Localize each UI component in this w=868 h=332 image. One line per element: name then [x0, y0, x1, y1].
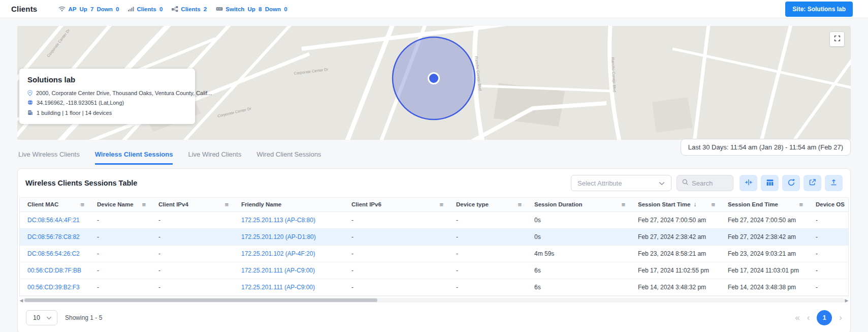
- tab-live-wireless-clients[interactable]: Live Wireless Clients: [18, 150, 80, 165]
- device-name-cell: -: [89, 212, 151, 228]
- friendly-name-link[interactable]: 172.25.201.113 (AP-C8:80): [234, 212, 344, 228]
- column-menu-icon[interactable]: ≡: [80, 201, 84, 208]
- column-menu-icon[interactable]: ≡: [518, 201, 522, 208]
- wired-clients-status[interactable]: Clients 2: [172, 6, 207, 12]
- wifi-icon: [58, 6, 66, 12]
- table-row[interactable]: DC:08:56:4A:4F:21 - - 172.25.201.113 (AP…: [20, 212, 848, 228]
- client-ipv6-cell: -: [344, 212, 448, 228]
- upload-button[interactable]: [825, 175, 843, 191]
- device-name-cell: -: [89, 245, 151, 262]
- search-box[interactable]: [677, 175, 733, 191]
- first-page-icon[interactable]: «: [795, 313, 799, 322]
- previous-page-icon[interactable]: ‹: [807, 313, 810, 322]
- tab-wireless-client-sessions[interactable]: Wireless Client Sessions: [95, 150, 173, 165]
- col-device-os[interactable]: Device OS: [808, 198, 848, 212]
- scrollbar-thumb[interactable]: [24, 298, 377, 302]
- col-client-ipv4[interactable]: Client IPv4≡: [151, 198, 234, 212]
- column-menu-icon[interactable]: ≡: [799, 201, 803, 208]
- tab-wired-client-sessions[interactable]: Wired Client Sessions: [256, 150, 321, 165]
- col-client-mac[interactable]: Client MAC≡: [20, 198, 89, 212]
- page-title: Clients: [11, 5, 37, 13]
- site-marker-dot[interactable]: [429, 73, 439, 84]
- switch-status[interactable]: Switch Up 8 Down 0: [216, 6, 287, 12]
- column-menu-icon[interactable]: ≡: [621, 201, 625, 208]
- session-start-cell: Feb 14, 2024 3:48:32 pm: [630, 279, 720, 295]
- columns-button[interactable]: [761, 175, 779, 191]
- col-device-name[interactable]: Device Name≡: [89, 198, 151, 212]
- search-icon: [682, 178, 689, 188]
- client-ipv6-cell: -: [344, 262, 448, 279]
- col-device-type[interactable]: Device type≡: [448, 198, 527, 212]
- column-menu-icon[interactable]: ≡: [224, 201, 229, 208]
- column-menu-icon[interactable]: ≡: [711, 201, 715, 208]
- friendly-name-link[interactable]: 172.25.201.102 (AP-4F:20): [234, 245, 344, 262]
- clients-tabs: Live Wireless Clients Wireless Client Se…: [18, 150, 321, 165]
- friendly-name-link[interactable]: 172.25.201.111 (AP-C9:00): [234, 262, 344, 279]
- fit-columns-icon: [745, 178, 753, 188]
- client-ipv4-cell: -: [151, 245, 234, 262]
- device-os-cell: -: [808, 212, 848, 228]
- wired-clients-label: Clients 2: [181, 6, 207, 12]
- site-selector-button[interactable]: Site: Solutions lab: [785, 2, 853, 17]
- col-session-start-time[interactable]: Session Start Time↓≡: [630, 198, 720, 212]
- scrollbar-track[interactable]: [23, 298, 845, 303]
- col-friendly-name[interactable]: Friendly Name: [234, 198, 344, 212]
- columns-icon: [766, 179, 774, 188]
- client-mac-link[interactable]: 00:56:CD:39:B2:F3: [20, 279, 89, 295]
- friendly-name-link[interactable]: 172.25.201.111 (AP-C9:00): [234, 279, 344, 295]
- device-os-cell: -: [808, 228, 848, 245]
- col-client-ipv6[interactable]: Client IPv6≡: [344, 198, 448, 212]
- column-menu-icon[interactable]: ≡: [439, 201, 443, 208]
- col-session-end-time[interactable]: Session End Time≡: [720, 198, 808, 212]
- table-row[interactable]: DC:08:56:54:26:C2 - - 172.25.201.102 (AP…: [20, 245, 848, 262]
- device-os-cell: -: [808, 245, 848, 262]
- site-map[interactable]: Corporate Center Dr Corporate Center Dr …: [17, 26, 851, 140]
- scroll-right-icon[interactable]: ▶: [845, 298, 849, 303]
- top-bar: Clients AP Up 7 Down 0 Clients 0 Clients…: [0, 0, 868, 18]
- next-page-icon[interactable]: ›: [839, 313, 842, 322]
- column-header-row: Client MAC≡ Device Name≡ Client IPv4≡ Fr…: [20, 198, 848, 212]
- ap-status[interactable]: AP Up 7 Down 0: [58, 6, 119, 12]
- map-fullscreen-button[interactable]: [829, 32, 845, 47]
- date-range-selector[interactable]: Last 30 Days: 11:54 am (Jan 28) - 11:54 …: [681, 139, 851, 156]
- client-mac-link[interactable]: DC:08:56:54:26:C2: [20, 245, 89, 262]
- session-duration-cell: 0s: [527, 212, 630, 228]
- chevron-down-icon: [659, 179, 665, 187]
- table-row[interactable]: 00:56:CD:D8:7F:BB - - 172.25.201.111 (AP…: [20, 262, 848, 279]
- column-menu-icon[interactable]: ≡: [142, 201, 146, 208]
- page-size-select[interactable]: 10: [26, 310, 57, 325]
- table-row[interactable]: 00:56:CD:39:B2:F3 - - 172.25.201.111 (AP…: [20, 279, 848, 295]
- client-mac-link[interactable]: DC:08:56:4A:4F:21: [20, 212, 89, 228]
- table-row[interactable]: DC:08:56:78:C8:82 - - 172.25.201.120 (AP…: [20, 228, 848, 245]
- session-start-cell: Feb 17, 2024 11:02:55 pm: [630, 262, 720, 279]
- session-start-cell: Feb 27, 2024 7:00:50 am: [630, 212, 720, 228]
- attribute-select[interactable]: Select Attribute: [571, 175, 671, 191]
- device-os-cell: -: [808, 262, 848, 279]
- session-end-cell: Feb 23, 2024 9:03:21 am: [720, 245, 808, 262]
- location-pin-icon: [27, 90, 33, 96]
- col-session-duration[interactable]: Session Duration≡: [527, 198, 630, 212]
- switch-icon: [216, 6, 223, 12]
- session-start-cell: Feb 23, 2024 8:58:21 am: [630, 245, 720, 262]
- device-name-cell: -: [89, 228, 151, 245]
- export-button[interactable]: [803, 175, 821, 191]
- wireless-clients-status[interactable]: Clients 0: [128, 6, 163, 12]
- attribute-select-value: Select Attribute: [577, 179, 622, 187]
- sort-desc-icon[interactable]: ↓: [693, 201, 696, 208]
- page-size-value: 10: [33, 314, 40, 321]
- client-mac-link[interactable]: 00:56:CD:D8:7F:BB: [20, 262, 89, 279]
- tab-live-wired-clients[interactable]: Live Wired Clients: [188, 150, 241, 165]
- scroll-left-icon[interactable]: ◀: [19, 298, 23, 303]
- friendly-name-link[interactable]: 172.25.201.120 (AP-D1:80): [234, 228, 344, 245]
- horizontal-scrollbar[interactable]: ◀ ▶: [19, 297, 849, 304]
- search-input[interactable]: [692, 179, 727, 187]
- street-label: Corporate Center Dr: [294, 67, 329, 76]
- session-end-cell: Feb 17, 2024 11:03:01 pm: [720, 262, 808, 279]
- client-mac-link[interactable]: DC:08:56:78:C8:82: [20, 228, 89, 245]
- current-page-button[interactable]: 1: [817, 310, 832, 325]
- device-type-cell: -: [448, 228, 527, 245]
- device-type-cell: -: [448, 262, 527, 279]
- fit-columns-button[interactable]: [740, 175, 757, 191]
- upload-icon: [830, 178, 838, 188]
- refresh-button[interactable]: [782, 175, 800, 191]
